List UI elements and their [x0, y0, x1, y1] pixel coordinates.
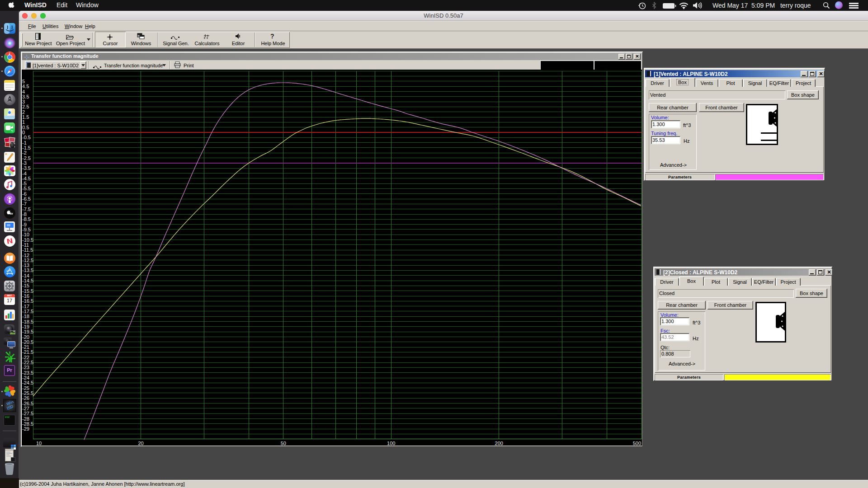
svg-text:2: 2 — [22, 109, 25, 115]
svg-text:-15: -15 — [22, 283, 29, 288]
svg-text:-11.5: -11.5 — [22, 247, 33, 253]
svg-text:-16.5: -16.5 — [22, 298, 33, 304]
svg-text:-12.5: -12.5 — [22, 258, 33, 263]
svg-text:200: 200 — [495, 441, 503, 446]
svg-text:-14.5: -14.5 — [22, 278, 33, 283]
svg-text:-14: -14 — [22, 273, 29, 278]
svg-text:20: 20 — [138, 441, 143, 446]
svg-text:-1.5: -1.5 — [22, 145, 31, 150]
svg-text:-21: -21 — [22, 344, 29, 350]
svg-text:-13.5: -13.5 — [22, 267, 33, 273]
svg-text:1.5: 1.5 — [22, 114, 29, 120]
svg-text:0: 0 — [22, 130, 25, 135]
svg-text:5: 5 — [22, 79, 25, 84]
svg-text:-23: -23 — [22, 365, 29, 370]
svg-text:-28: -28 — [22, 416, 29, 422]
svg-text:-24: -24 — [22, 375, 29, 380]
svg-text:-6: -6 — [22, 191, 27, 197]
svg-text:-20.5: -20.5 — [22, 339, 33, 345]
svg-text:10: 10 — [36, 441, 42, 446]
svg-text:-23.5: -23.5 — [22, 370, 33, 375]
svg-text:-16: -16 — [22, 293, 29, 299]
svg-text:-4.5: -4.5 — [22, 176, 31, 181]
svg-text:4: 4 — [22, 89, 25, 94]
svg-text:-25: -25 — [22, 385, 29, 391]
svg-text:-8.5: -8.5 — [22, 216, 31, 222]
svg-text:tv: tv — [10, 211, 13, 216]
svg-text:-21.5: -21.5 — [22, 349, 33, 355]
svg-text:3: 3 — [22, 99, 25, 104]
svg-text:500: 500 — [633, 441, 641, 446]
svg-text:-15.5: -15.5 — [22, 288, 33, 294]
svg-text:-1: -1 — [22, 140, 27, 145]
svg-text:-6.5: -6.5 — [22, 196, 31, 202]
svg-text:-9.5: -9.5 — [22, 227, 31, 232]
svg-text:-20: -20 — [22, 334, 29, 340]
svg-text:-7: -7 — [22, 201, 27, 206]
svg-text:3.5: 3.5 — [22, 94, 29, 99]
svg-text:50: 50 — [281, 441, 286, 446]
svg-text:-29: -29 — [22, 426, 29, 432]
svg-text:-17: -17 — [22, 304, 29, 309]
svg-text:-7.5: -7.5 — [22, 206, 31, 212]
svg-text:-5.5: -5.5 — [22, 186, 31, 191]
svg-text:-5: -5 — [22, 181, 27, 186]
svg-text:-4: -4 — [22, 171, 27, 176]
svg-text:-2: -2 — [22, 150, 27, 155]
svg-text:-27: -27 — [22, 406, 29, 411]
svg-text:-25.5: -25.5 — [22, 390, 33, 396]
svg-text:4.5: 4.5 — [22, 84, 29, 89]
svg-text:-9: -9 — [22, 222, 27, 227]
svg-text:-3: -3 — [22, 160, 27, 166]
svg-text:-19.5: -19.5 — [22, 329, 33, 334]
svg-text:-22.5: -22.5 — [22, 360, 33, 365]
svg-text:-28.5: -28.5 — [22, 421, 33, 427]
svg-text:-10.5: -10.5 — [22, 237, 33, 243]
svg-text:-10: -10 — [22, 232, 29, 237]
svg-text:-17.5: -17.5 — [22, 309, 33, 314]
svg-text:-2.5: -2.5 — [22, 155, 31, 161]
svg-text:-26.5: -26.5 — [22, 401, 33, 406]
svg-text:-8: -8 — [22, 211, 27, 217]
svg-text:-0.5: -0.5 — [22, 135, 31, 140]
svg-text:-11: -11 — [22, 242, 29, 248]
svg-text:-3.5: -3.5 — [22, 165, 31, 171]
svg-text:100: 100 — [387, 441, 395, 446]
svg-text:1: 1 — [22, 119, 25, 125]
svg-text:2.5: 2.5 — [22, 104, 29, 109]
svg-text:-26: -26 — [22, 395, 29, 401]
svg-text:-18: -18 — [22, 314, 29, 319]
svg-text:-27.5: -27.5 — [22, 411, 33, 416]
svg-text:0.5: 0.5 — [22, 125, 29, 130]
svg-text:-18.5: -18.5 — [22, 319, 33, 324]
svg-text:-19: -19 — [22, 324, 29, 329]
svg-text:-12: -12 — [22, 253, 29, 258]
svg-text:-13: -13 — [22, 263, 29, 268]
svg-text:-24.5: -24.5 — [22, 380, 33, 385]
svg-text:-22: -22 — [22, 355, 29, 360]
